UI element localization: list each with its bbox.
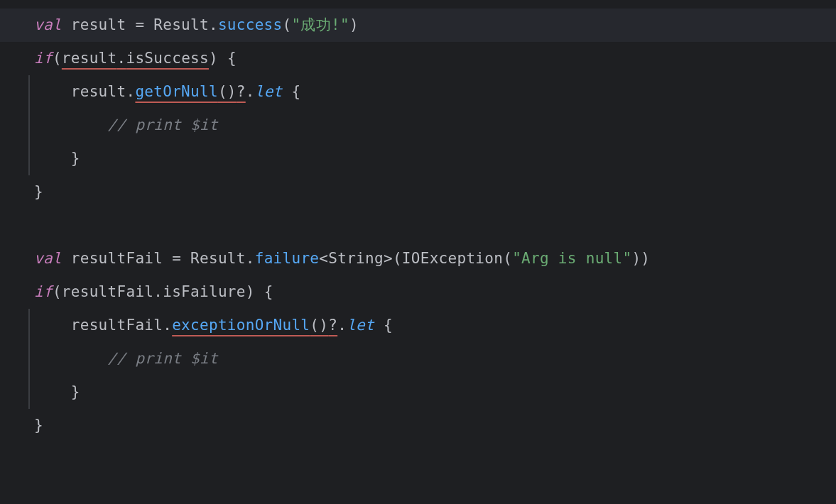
code-token: Result: [144, 16, 209, 33]
code-line[interactable]: // print $it: [0, 342, 836, 376]
code-token: (: [53, 283, 62, 300]
code-token: isFailure: [163, 283, 246, 300]
code-token: if: [34, 50, 53, 67]
code-token: )): [631, 250, 650, 267]
code-token: result: [71, 83, 126, 100]
code-token: [374, 317, 384, 334]
code-token: // print $it: [108, 116, 218, 133]
code-token: resultFail: [62, 283, 153, 300]
indent-guide: [28, 75, 30, 109]
code-line[interactable]: if(resultFail.isFailure) {: [0, 275, 836, 309]
code-line[interactable]: result.getOrNull()?.let {: [0, 75, 836, 109]
code-token: isSuccess: [126, 50, 209, 67]
code-token: ?: [328, 317, 337, 334]
code-line[interactable]: }: [0, 376, 836, 409]
code-token: <: [319, 250, 328, 267]
code-token: .: [153, 283, 163, 300]
code-line[interactable]: }: [0, 142, 836, 175]
indent-guide: [28, 142, 30, 175]
code-token: .: [126, 83, 135, 100]
indent: [34, 383, 71, 400]
code-token: [218, 50, 227, 67]
code-token: result: [62, 16, 136, 33]
code-line[interactable]: }: [0, 175, 836, 209]
code-token: String: [328, 250, 384, 267]
code-line[interactable]: }: [0, 409, 836, 442]
indent-guide: [28, 376, 30, 409]
blank-line: [34, 217, 43, 234]
code-token: >: [384, 250, 393, 267]
code-token: (: [53, 50, 62, 67]
code-token: val: [34, 250, 62, 267]
indent-guide: [28, 342, 30, 376]
code-token: ): [246, 283, 255, 300]
code-token: getOrNull: [135, 83, 218, 100]
code-token: ): [209, 50, 218, 67]
code-token: resultFail: [62, 250, 172, 267]
code-token: [255, 283, 264, 300]
indent: [34, 317, 71, 334]
code-token: }: [71, 150, 80, 167]
code-editor[interactable]: val result = Result.success("成功!")if(res…: [0, 0, 836, 442]
code-token: =: [135, 16, 144, 33]
code-token: IOException: [402, 250, 503, 267]
code-token: if: [34, 283, 53, 300]
code-token: ?: [237, 83, 246, 100]
code-token: (): [218, 83, 237, 100]
indent: [34, 150, 71, 167]
indent: [34, 350, 108, 367]
code-token: ): [349, 16, 359, 33]
code-token: .: [337, 317, 347, 334]
code-token: }: [34, 417, 43, 434]
code-token: let: [347, 317, 374, 334]
indent-guide: [28, 309, 30, 342]
indent-guide: [28, 109, 30, 142]
code-line[interactable]: if(result.isSuccess) {: [0, 42, 836, 75]
code-token: "Arg is null": [512, 250, 631, 267]
code-token: .: [117, 50, 126, 67]
code-token: .: [163, 317, 172, 334]
code-token: val: [34, 16, 62, 33]
code-token: [283, 83, 292, 100]
code-token: "成功!": [291, 16, 349, 33]
code-token: }: [34, 183, 43, 200]
code-token: (): [310, 317, 328, 334]
code-token: .: [209, 16, 218, 33]
code-token: success: [218, 16, 283, 33]
code-line[interactable]: val resultFail = Result.failure<String>(…: [0, 242, 836, 275]
code-token: (: [283, 16, 292, 33]
code-token: {: [292, 83, 301, 100]
code-token: =: [172, 250, 181, 267]
code-token: let: [255, 83, 283, 100]
code-token: // print $it: [108, 350, 218, 367]
code-line[interactable]: // print $it: [0, 109, 836, 142]
indent: [34, 116, 108, 133]
code-token: failure: [255, 250, 320, 267]
code-token: Result: [181, 250, 246, 267]
code-line[interactable]: resultFail.exceptionOrNull()?.let {: [0, 309, 836, 342]
code-token: exceptionOrNull: [172, 317, 310, 334]
code-token: }: [71, 383, 80, 400]
indent: [34, 83, 71, 100]
code-token: {: [227, 50, 237, 67]
code-token: result: [62, 50, 117, 67]
code-token: .: [246, 83, 255, 100]
code-line[interactable]: val result = Result.success("成功!"): [0, 9, 836, 42]
code-token: resultFail: [71, 317, 163, 334]
code-token: (: [503, 250, 512, 267]
code-line[interactable]: [0, 209, 836, 242]
code-token: (: [393, 250, 402, 267]
code-token: .: [246, 250, 255, 267]
code-token: {: [384, 317, 393, 334]
code-token: {: [264, 283, 273, 300]
